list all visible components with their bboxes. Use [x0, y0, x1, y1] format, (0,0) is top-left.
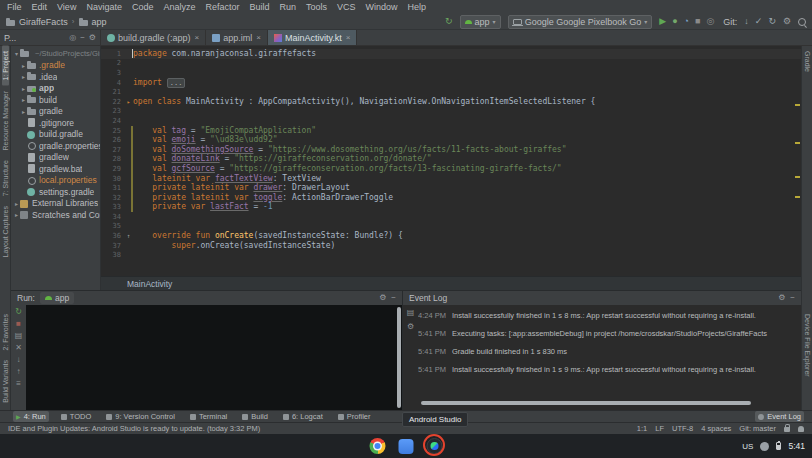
- run-config-dropdown[interactable]: app ▾: [460, 15, 501, 29]
- breadcrumb-class[interactable]: MainActivity: [127, 279, 172, 289]
- wrench-icon[interactable]: ⚙: [407, 323, 414, 331]
- attach-debugger-icon[interactable]: ◎: [706, 17, 714, 26]
- run-scrollbar[interactable]: [397, 307, 401, 408]
- tree-item-gradle[interactable]: ▸.gradle: [11, 60, 100, 72]
- hide-icon[interactable]: −: [391, 294, 396, 302]
- tool-button-device-file-explorer[interactable]: Device File Explorer: [804, 309, 811, 382]
- menu-item-navigate[interactable]: Navigate: [81, 0, 127, 14]
- menu-item-file[interactable]: File: [2, 0, 27, 14]
- close-icon[interactable]: ×: [256, 33, 261, 42]
- tool-window-button-terminal[interactable]: Terminal: [187, 411, 230, 422]
- tree-item-gradlew[interactable]: gradlew: [11, 152, 100, 164]
- scroll-down-icon[interactable]: ↓: [17, 356, 21, 364]
- editor-tab-mainactivity-kt[interactable]: MainActivity.kt×: [268, 30, 358, 45]
- settings-icon[interactable]: ⚙: [778, 294, 785, 302]
- debug-icon[interactable]: ●: [672, 17, 677, 26]
- menu-item-code[interactable]: Code: [127, 0, 159, 14]
- status-utf-8[interactable]: UTF-8: [672, 424, 693, 433]
- stop-icon[interactable]: ■: [695, 17, 700, 26]
- menu-item-vcs[interactable]: VCS: [332, 0, 361, 14]
- tree-item-gradle-properties[interactable]: gradle.properties: [11, 140, 100, 152]
- blue-app-icon[interactable]: [399, 439, 414, 454]
- editor-tab-app-iml[interactable]: app.iml×: [206, 30, 268, 45]
- run-gutter-icon[interactable]: ▸: [124, 99, 133, 105]
- settings-icon[interactable]: ⚙: [89, 34, 96, 42]
- tree-item-scratches-and-consoles[interactable]: ▸Scratches and Consoles: [11, 209, 100, 221]
- tree-item-gradlew-bat[interactable]: gradlew.bat: [11, 163, 100, 175]
- project-pane-title[interactable]: P...: [4, 33, 16, 43]
- menu-item-analyze[interactable]: Analyze: [158, 0, 200, 14]
- run-console-output[interactable]: [26, 305, 402, 410]
- locate-file-icon[interactable]: ◎: [69, 34, 76, 42]
- keyboard-layout-indicator[interactable]: US: [742, 442, 753, 451]
- settings-icon[interactable]: ⚙: [379, 294, 386, 302]
- hide-icon[interactable]: −: [790, 294, 795, 302]
- close-icon[interactable]: ×: [195, 33, 200, 42]
- sync-gradle-icon[interactable]: ↻: [445, 17, 453, 26]
- editor-tab-build-gradle-app[interactable]: build.gradle (:app)×: [101, 30, 206, 45]
- tool-window-button-4-run[interactable]: ▶4: Run: [13, 411, 49, 422]
- tool-window-button-6-logcat[interactable]: 6: Logcat: [280, 411, 326, 422]
- tool-window-button-profiler[interactable]: Profiler: [335, 411, 374, 422]
- scroll-up-icon[interactable]: ↑: [17, 368, 21, 376]
- code-editor[interactable]: 1package com.naranjaconsal.giraffefacts2…: [101, 46, 801, 276]
- run-tab-app[interactable]: app: [40, 292, 74, 304]
- tool-button-layout-captures[interactable]: Layout Captures: [2, 201, 9, 262]
- stop-icon[interactable]: ■: [16, 320, 21, 328]
- system-tray[interactable]: US 5:41: [742, 434, 805, 458]
- collapse-all-icon[interactable]: −: [80, 34, 85, 42]
- more-icon[interactable]: ≡: [16, 380, 21, 388]
- device-dropdown[interactable]: Google Google Pixelbook Go ▾: [508, 15, 653, 29]
- menu-item-edit[interactable]: Edit: [27, 0, 53, 14]
- status-4-spaces[interactable]: 4 spaces: [701, 424, 731, 433]
- menu-item-tools[interactable]: Tools: [301, 0, 332, 14]
- override-gutter-icon[interactable]: ↑: [124, 233, 133, 239]
- restore-layout-icon[interactable]: ▤: [15, 332, 23, 340]
- menu-item-refactor[interactable]: Refactor: [200, 0, 244, 14]
- menu-item-view[interactable]: View: [52, 0, 81, 14]
- chrome-app-icon[interactable]: [370, 438, 386, 454]
- tool-button-7-structure[interactable]: 7: Structure: [2, 155, 9, 201]
- menu-item-window[interactable]: Window: [361, 0, 403, 14]
- profile-icon[interactable]: ◔: [684, 17, 689, 26]
- tool-window-button-todo[interactable]: TODO: [58, 411, 95, 422]
- menu-item-run[interactable]: Run: [275, 0, 302, 14]
- tree-item-external-libraries[interactable]: ▸External Libraries: [11, 198, 100, 210]
- tree-item-giraffefacts[interactable]: ▾GiraffeFacts~/StudioProjects/Gir: [11, 48, 100, 60]
- event-log-entries[interactable]: 4:24 PMInstall successfully finished in …: [418, 305, 801, 410]
- breadcrumb-module[interactable]: app: [92, 17, 107, 27]
- status-git-master[interactable]: Git: master: [739, 424, 776, 433]
- tool-button-resource-manager[interactable]: Resource Manager: [2, 86, 9, 156]
- settings-icon[interactable]: ⚙: [783, 17, 791, 26]
- tool-button-gradle[interactable]: Gradle: [804, 46, 811, 77]
- search-icon[interactable]: [798, 18, 806, 26]
- tool-window-button-event-log[interactable]: Event Log: [755, 411, 804, 422]
- git-revert-icon[interactable]: ↻: [768, 17, 776, 26]
- breadcrumb-project[interactable]: GiraffeFacts: [19, 17, 68, 27]
- tree-item-idea[interactable]: ▸.idea: [11, 71, 100, 83]
- git-update-icon[interactable]: ↓: [744, 17, 749, 26]
- tool-window-button-build[interactable]: Build: [239, 411, 271, 422]
- tool-button-1-project[interactable]: 1: Project: [2, 46, 9, 86]
- menu-item-build[interactable]: Build: [244, 0, 274, 14]
- git-commit-icon[interactable]: ✓: [755, 17, 763, 26]
- run-icon[interactable]: ▶: [659, 17, 666, 26]
- tree-item-local-properties[interactable]: local.properties: [11, 175, 100, 187]
- menu-item-help[interactable]: Help: [403, 0, 432, 14]
- status-message[interactable]: IDE and Plugin Updates: Android Studio i…: [8, 424, 260, 433]
- status-1-1[interactable]: 1:1: [637, 424, 647, 433]
- status-lf[interactable]: LF: [655, 424, 664, 433]
- notifications-icon[interactable]: [798, 426, 804, 432]
- tree-item-build[interactable]: ▸build: [11, 94, 100, 106]
- rerun-icon[interactable]: ↻: [15, 308, 22, 316]
- tool-window-button-9-version-control[interactable]: 9: Version Control: [103, 411, 178, 422]
- tree-item-gitignore[interactable]: .gitignore: [11, 117, 100, 129]
- filter-icon[interactable]: ▤: [407, 309, 415, 317]
- tool-button-build-variants[interactable]: Build Variants: [2, 355, 9, 408]
- tree-item-settings-gradle[interactable]: settings.gradle: [11, 186, 100, 198]
- tree-item-gradle[interactable]: ▸gradle: [11, 106, 100, 118]
- lock-icon[interactable]: [784, 427, 790, 432]
- tree-item-build-gradle[interactable]: build.gradle: [11, 129, 100, 141]
- tool-button-2-favorites[interactable]: 2: Favorites: [2, 309, 9, 356]
- clear-icon[interactable]: ✕: [15, 344, 22, 352]
